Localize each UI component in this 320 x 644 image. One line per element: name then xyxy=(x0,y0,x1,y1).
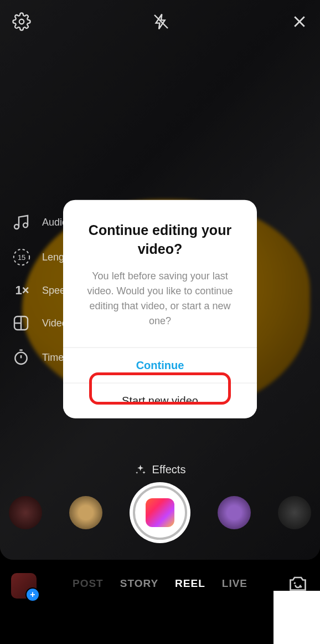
start-new-video-button[interactable]: Start new video xyxy=(63,382,257,418)
music-icon xyxy=(12,213,32,231)
overlay-patch xyxy=(273,591,320,644)
effect-thumb[interactable] xyxy=(218,496,251,529)
speed-icon: 1× xyxy=(12,283,32,298)
effect-thumb[interactable] xyxy=(278,496,311,529)
mode-reel[interactable]: REEL xyxy=(175,577,205,590)
bottom-bar: POST STORY REEL LIVE xyxy=(0,560,320,644)
mode-story[interactable]: STORY xyxy=(120,577,158,590)
svg-point-4 xyxy=(14,224,19,229)
continue-button[interactable]: Continue xyxy=(63,347,257,382)
capture-button[interactable] xyxy=(130,482,190,543)
timer-15-icon: 15 xyxy=(12,248,32,267)
close-icon[interactable] xyxy=(291,13,308,30)
mode-live[interactable]: LIVE xyxy=(222,577,247,590)
svg-point-5 xyxy=(23,223,28,227)
dialog-title: Continue editing your video? xyxy=(63,200,257,259)
effect-thumbnails xyxy=(0,482,320,543)
gallery-button[interactable] xyxy=(11,573,37,599)
dialog-body: You left before saving your last video. … xyxy=(63,258,257,347)
mode-strip[interactable]: POST STORY REEL LIVE xyxy=(0,577,320,590)
svg-point-11 xyxy=(15,352,27,364)
settings-icon[interactable] xyxy=(12,12,31,31)
svg-point-0 xyxy=(19,19,24,24)
flash-off-icon[interactable] xyxy=(152,13,170,30)
mode-post[interactable]: POST xyxy=(73,577,104,590)
effect-thumb[interactable] xyxy=(9,496,42,529)
continue-editing-dialog: Continue editing your video? You left be… xyxy=(63,200,257,418)
stopwatch-icon xyxy=(12,349,32,366)
sparkle-icon xyxy=(135,464,147,476)
top-bar xyxy=(0,8,320,35)
effect-thumb[interactable] xyxy=(69,496,102,529)
svg-text:15: 15 xyxy=(18,253,25,262)
reels-icon xyxy=(146,498,174,527)
effects-button[interactable]: Effects xyxy=(135,463,186,476)
layout-icon xyxy=(12,314,32,332)
effects-label: Effects xyxy=(152,463,186,476)
